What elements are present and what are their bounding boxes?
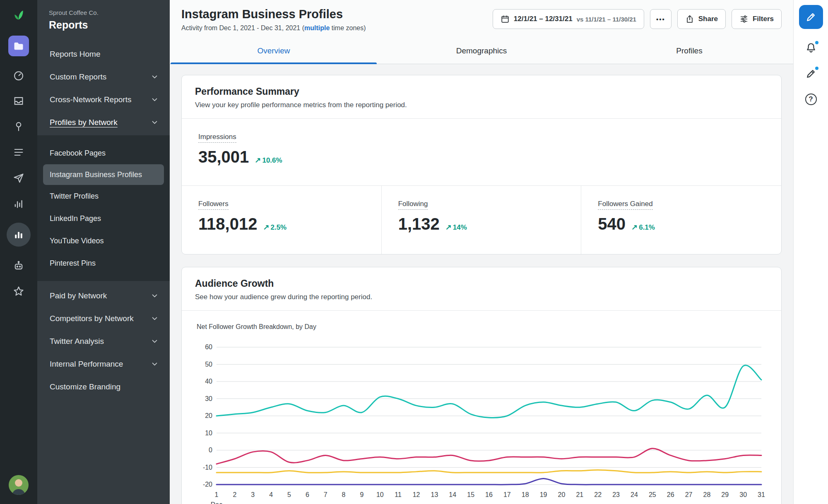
report-tabs: OverviewDemographicsProfiles [170, 38, 793, 64]
metric-change: ↗10.6% [255, 156, 282, 165]
sidebar-network-group: Facebook PagesInstagram Business Profile… [37, 135, 170, 281]
trend-up-icon: ↗ [255, 156, 261, 164]
sidebar-network-instagram-business-profiles[interactable]: Instagram Business Profiles [43, 164, 164, 185]
sidebar-item-paid-by-network[interactable]: Paid by Network [37, 284, 170, 307]
folder-icon[interactable] [8, 36, 29, 56]
sidebar-item-label: Paid by Network [50, 291, 107, 300]
filters-icon [739, 14, 749, 24]
sidebar-network-facebook-pages[interactable]: Facebook Pages [37, 142, 170, 164]
feedback-pen-icon[interactable] [804, 67, 818, 80]
svg-text:17: 17 [503, 491, 511, 498]
chevron-down-icon [151, 360, 158, 367]
sidebar-network-pinterest-pins[interactable]: Pinterest Pins [37, 252, 170, 274]
sidebar-item-label: Competitors by Network [50, 314, 134, 323]
dashboard-icon[interactable] [12, 69, 25, 82]
svg-text:-20: -20 [203, 481, 212, 488]
metric-label[interactable]: Followers [198, 200, 229, 210]
metric-value-row: 118,012↗2.5% [198, 215, 365, 233]
sidebar-item-profiles-by-network[interactable]: Profiles by Network [37, 111, 170, 134]
svg-text:4: 4 [269, 491, 273, 498]
metric-label[interactable]: Impressions [198, 133, 236, 143]
sidebar-item-label: Reports Home [50, 50, 101, 59]
date-range-button[interactable]: 12/1/21 – 12/31/21 vs 11/1/21 – 11/30/21 [493, 9, 644, 29]
reports-icon[interactable] [7, 223, 31, 247]
audience-growth-chart-area: Net Follower Growth Breakdown, by Day 60… [182, 311, 781, 504]
metric-label[interactable]: Following [398, 200, 428, 210]
share-icon [685, 14, 694, 24]
svg-text:30: 30 [205, 395, 212, 402]
sidebar-title: Reports [49, 19, 158, 31]
favorites-star-icon[interactable] [12, 285, 25, 298]
tab-demographics[interactable]: Demographics [378, 38, 585, 64]
tab-profiles[interactable]: Profiles [585, 38, 793, 64]
tab-overview[interactable]: Overview [170, 38, 378, 64]
sidebar-item-label: Customize Branding [50, 382, 120, 391]
svg-text:6: 6 [306, 491, 309, 498]
performance-summary-header: Performance Summary View your key profil… [182, 75, 781, 119]
calendar-icon [501, 14, 510, 24]
timezones-link[interactable]: multiple [304, 24, 330, 31]
more-options-button[interactable]: ••• [650, 9, 672, 29]
sidebar-network-linkedin-pages[interactable]: LinkedIn Pages [37, 207, 170, 230]
card-title: Audience Growth [195, 278, 768, 289]
chevron-down-icon [151, 315, 158, 322]
trend-up-icon: ↗ [631, 223, 638, 231]
listening-icon[interactable] [12, 197, 25, 210]
sidebar-network-youtube-videos[interactable]: YouTube Videos [37, 230, 170, 252]
compose-pencil-icon [805, 11, 817, 23]
sidebar-network-twitter-profiles[interactable]: Twitter Profiles [37, 185, 170, 207]
card-description: View your key profile performance metric… [195, 101, 768, 109]
metric-followers-gained: Followers Gained540↗6.1% [581, 186, 781, 254]
svg-text:9: 9 [360, 491, 363, 498]
metric-change-value: 10.6% [262, 156, 282, 164]
metric-value: 1,132 [398, 215, 440, 233]
pin-icon[interactable] [12, 120, 25, 133]
chevron-down-icon [151, 73, 158, 80]
help-icon[interactable]: ? [804, 93, 818, 106]
chevron-down-icon [151, 338, 158, 345]
svg-text:40: 40 [205, 378, 212, 385]
inbox-icon[interactable] [12, 94, 25, 108]
sprout-logo-icon[interactable] [10, 7, 27, 23]
audience-growth-card: Audience Growth See how your audience gr… [181, 267, 782, 504]
help-glyph: ? [805, 94, 817, 105]
svg-text:13: 13 [431, 491, 438, 498]
svg-text:1: 1 [215, 491, 219, 498]
svg-text:23: 23 [612, 491, 620, 498]
chevron-down-icon [151, 292, 158, 299]
notifications-bell-icon[interactable] [804, 41, 818, 55]
sidebar-item-label: Profiles by Network [50, 118, 118, 127]
feed-list-icon[interactable] [12, 146, 25, 159]
metric-change-value: 6.1% [639, 223, 655, 231]
sidebar-item-internal-performance[interactable]: Internal Performance [37, 353, 170, 375]
metric-change: ↗14% [445, 223, 467, 232]
metric-label[interactable]: Followers Gained [598, 200, 652, 210]
card-title: Performance Summary [195, 86, 768, 97]
sidebar-item-twitter-analysis[interactable]: Twitter Analysis [37, 330, 170, 353]
sidebar-item-reports-home[interactable]: Reports Home [37, 43, 170, 65]
bot-icon[interactable] [12, 259, 25, 272]
svg-text:16: 16 [485, 491, 493, 498]
svg-text:15: 15 [467, 491, 474, 498]
reports-sidebar: Sprout Coffee Co. Reports Reports HomeCu… [37, 0, 170, 504]
svg-text:19: 19 [540, 491, 547, 498]
sidebar-item-cross-network-reports[interactable]: Cross-Network Reports [37, 88, 170, 111]
svg-text:29: 29 [721, 491, 729, 498]
sidebar-header: Sprout Coffee Co. Reports [37, 0, 170, 43]
report-subtitle: Activity from Dec 1, 2021 - Dec 31, 2021… [181, 24, 366, 32]
sidebar-item-competitors-by-network[interactable]: Competitors by Network [37, 307, 170, 330]
net-follower-growth-chart[interactable]: 6050403020100-10-20123456789101112131415… [197, 342, 767, 504]
sidebar-item-custom-reports[interactable]: Custom Reports [37, 65, 170, 88]
sidebar-item-customize-branding[interactable]: Customize Branding [37, 375, 170, 398]
svg-text:18: 18 [522, 491, 529, 498]
metric-value-row: 1,132↗14% [398, 215, 565, 233]
share-button[interactable]: Share [677, 9, 726, 29]
compose-button[interactable] [799, 5, 823, 29]
filters-button[interactable]: Filters [732, 9, 782, 29]
user-avatar[interactable] [9, 475, 29, 495]
svg-text:12: 12 [413, 491, 420, 498]
svg-text:11: 11 [395, 491, 402, 498]
performance-summary-card: Performance Summary View your key profil… [181, 75, 782, 254]
publishing-plane-icon[interactable] [12, 171, 25, 185]
svg-text:2: 2 [233, 491, 236, 498]
